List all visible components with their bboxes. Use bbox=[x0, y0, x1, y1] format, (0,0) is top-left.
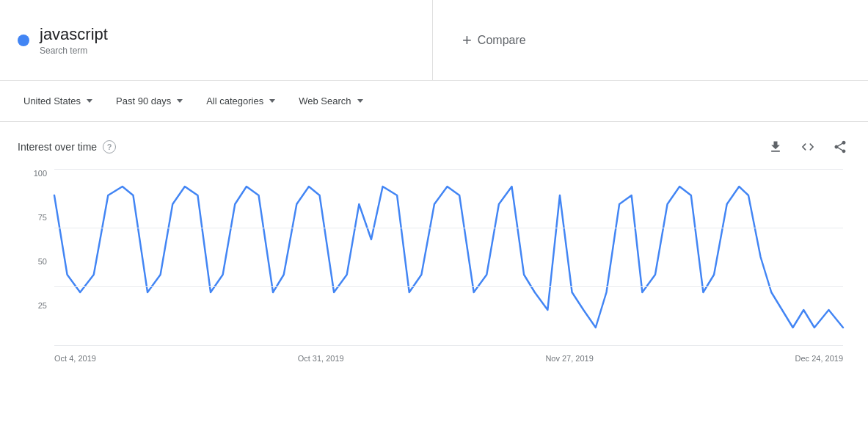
x-label-nov27: Nov 27, 2019 bbox=[545, 354, 593, 363]
y-label-25: 25 bbox=[18, 301, 53, 310]
compare-label: Compare bbox=[478, 34, 526, 47]
compare-area: + Compare bbox=[433, 0, 868, 80]
filter-category-label: All categories bbox=[206, 95, 263, 106]
x-label-dec24: Dec 24, 2019 bbox=[795, 354, 843, 363]
chart-header: Interest over time ? bbox=[18, 137, 850, 157]
chart-area bbox=[54, 169, 843, 345]
filter-region-label: United States bbox=[23, 95, 81, 106]
compare-plus-icon: + bbox=[462, 31, 472, 50]
filter-category[interactable]: All categories bbox=[197, 90, 284, 112]
grid-line-75 bbox=[54, 228, 843, 228]
x-axis: Oct 4, 2019 Oct 31, 2019 Nov 27, 2019 De… bbox=[54, 350, 843, 367]
download-icon bbox=[768, 140, 783, 154]
filter-time[interactable]: Past 90 days bbox=[107, 90, 192, 112]
filter-type[interactable]: Web Search bbox=[290, 90, 371, 112]
y-axis: 100 75 50 25 bbox=[18, 169, 53, 345]
search-term-label: Search term bbox=[40, 46, 108, 56]
embed-button[interactable] bbox=[798, 137, 818, 157]
trend-chart bbox=[54, 169, 843, 345]
compare-button[interactable]: + Compare bbox=[462, 31, 526, 50]
chevron-down-icon bbox=[357, 99, 363, 103]
help-icon[interactable]: ? bbox=[103, 140, 116, 153]
chart-actions bbox=[765, 137, 850, 157]
grid-line-25 bbox=[54, 345, 843, 346]
grid-line-100 bbox=[54, 169, 843, 170]
search-term-text: javascript Search term bbox=[40, 25, 108, 56]
filter-type-label: Web Search bbox=[299, 95, 351, 106]
search-term-area: javascript Search term bbox=[0, 0, 433, 80]
share-icon bbox=[833, 140, 847, 154]
embed-icon bbox=[800, 140, 815, 154]
chevron-down-icon bbox=[87, 99, 92, 103]
chart-section: Interest over time ? 100 bbox=[0, 122, 868, 380]
y-label-75: 75 bbox=[18, 213, 53, 222]
x-label-oct4: Oct 4, 2019 bbox=[54, 354, 96, 363]
search-term-name: javascript bbox=[40, 25, 108, 44]
chart-title: Interest over time bbox=[18, 141, 97, 153]
y-label-100: 100 bbox=[18, 169, 53, 178]
grid-line-50 bbox=[54, 286, 843, 287]
term-dot bbox=[18, 35, 29, 46]
chevron-down-icon bbox=[269, 99, 275, 103]
chart-container: 100 75 50 25 Oct 4, 2019 Oct 31, bbox=[18, 169, 850, 367]
share-button[interactable] bbox=[830, 137, 850, 157]
filters-bar: United States Past 90 days All categorie… bbox=[0, 81, 868, 122]
chevron-down-icon bbox=[177, 99, 183, 103]
download-button[interactable] bbox=[765, 137, 786, 157]
x-label-oct31: Oct 31, 2019 bbox=[298, 354, 344, 363]
filter-time-label: Past 90 days bbox=[116, 95, 171, 106]
filter-region[interactable]: United States bbox=[15, 90, 101, 112]
y-label-50: 50 bbox=[18, 257, 53, 266]
chart-title-area: Interest over time ? bbox=[18, 140, 116, 153]
header-section: javascript Search term + Compare bbox=[0, 0, 868, 81]
